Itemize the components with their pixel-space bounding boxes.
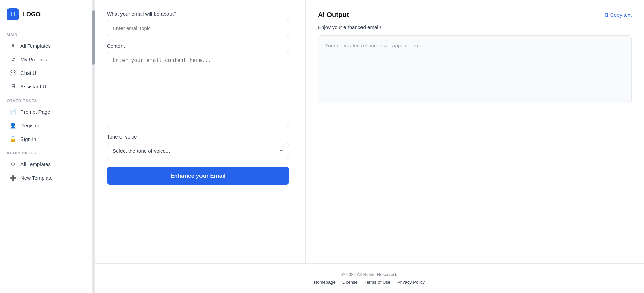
copy-text-label: Copy text: [610, 12, 632, 18]
content-textarea[interactable]: [107, 52, 289, 127]
sidebar-item-label: Sign In: [20, 136, 36, 142]
user-icon: 👤: [10, 122, 16, 129]
enhance-email-button[interactable]: Enhance your Email: [107, 167, 289, 185]
sidebar-item-label: All Templates: [20, 161, 51, 167]
list-icon: ≡: [10, 42, 16, 49]
topic-input[interactable]: [107, 20, 289, 36]
main-content: What your email will be about? Content T…: [95, 0, 644, 293]
tone-label: Tone of voice: [107, 134, 289, 140]
sidebar-item-prompt-page[interactable]: 📄 Prompt Page: [3, 105, 89, 118]
content-label: Content: [107, 43, 289, 49]
logo-icon: H: [7, 8, 19, 20]
sidebar-item-all-templates[interactable]: ≡ All Templates: [3, 39, 89, 52]
monitor-icon: 🖥: [10, 83, 16, 90]
footer-link-license[interactable]: License: [342, 280, 358, 285]
footer-links: Homepage License Terms of Use Privacy Po…: [103, 280, 636, 285]
sidebar-item-admin-all-templates[interactable]: ⚙ All Templates: [3, 157, 89, 171]
footer-link-privacy[interactable]: Privacy Policy: [397, 280, 425, 285]
sidebar-item-assistant-ui[interactable]: 🖥 Assistant UI: [3, 80, 89, 93]
footer-link-terms[interactable]: Terms of Use: [364, 280, 390, 285]
logo-text: LOGO: [22, 11, 41, 18]
scrollbar[interactable]: [92, 0, 95, 293]
ai-response-box: Your generated response will appear here…: [318, 35, 632, 103]
document-icon: 📄: [10, 108, 16, 115]
sidebar-item-label: Chat UI: [20, 70, 38, 76]
copy-icon: ⧉: [605, 12, 608, 18]
sidebar: H LOGO MAIN ≡ All Templates 🗂 My Project…: [0, 0, 92, 293]
enjoy-text: Enjoy your enhanced email!: [318, 24, 632, 30]
sidebar-item-label: Register: [20, 123, 39, 128]
sidebar-item-sign-in[interactable]: 🔓 Sign In: [3, 132, 89, 146]
footer-link-homepage[interactable]: Homepage: [314, 280, 336, 285]
copy-text-button[interactable]: ⧉ Copy text: [605, 12, 632, 18]
tone-select[interactable]: Select the tone of voice... Professional…: [107, 143, 289, 159]
question-label: What your email will be about?: [107, 11, 289, 17]
admin-section-label: ADMIN PAGES: [0, 146, 92, 157]
sidebar-item-label: Prompt Page: [20, 109, 50, 115]
main-section-label: MAIN: [0, 27, 92, 39]
sidebar-item-label: My Projects: [20, 56, 47, 62]
sidebar-item-label: New Template: [20, 175, 53, 181]
ai-output-title: AI Output: [318, 11, 349, 19]
logo-area: H LOGO: [0, 5, 92, 27]
settings-icon: ⚙: [10, 161, 16, 167]
sidebar-item-new-template[interactable]: ➕ New Template: [3, 171, 89, 184]
form-panel: What your email will be about? Content T…: [95, 0, 306, 263]
footer: © 2024 All Rights Reserved. Homepage Lic…: [95, 263, 644, 293]
sidebar-item-chat-ui[interactable]: 💬 Chat UI: [3, 66, 89, 80]
scroll-thumb[interactable]: [92, 10, 95, 65]
signin-icon: 🔓: [10, 135, 16, 142]
sidebar-item-register[interactable]: 👤 Register: [3, 118, 89, 132]
plus-icon: ➕: [10, 174, 16, 181]
content-wrapper: What your email will be about? Content T…: [95, 0, 644, 263]
sidebar-item-my-projects[interactable]: 🗂 My Projects: [3, 52, 89, 66]
ai-panel: AI Output ⧉ Copy text Enjoy your enhance…: [306, 0, 644, 263]
chat-icon: 💬: [10, 69, 16, 76]
sidebar-item-label: Assistant UI: [20, 84, 48, 89]
sidebar-item-label: All Templates: [20, 43, 51, 49]
footer-copyright: © 2024 All Rights Reserved.: [103, 272, 636, 277]
briefcase-icon: 🗂: [10, 56, 16, 63]
ai-panel-header: AI Output ⧉ Copy text: [318, 11, 632, 19]
other-section-label: OTHER PAGES: [0, 93, 92, 105]
